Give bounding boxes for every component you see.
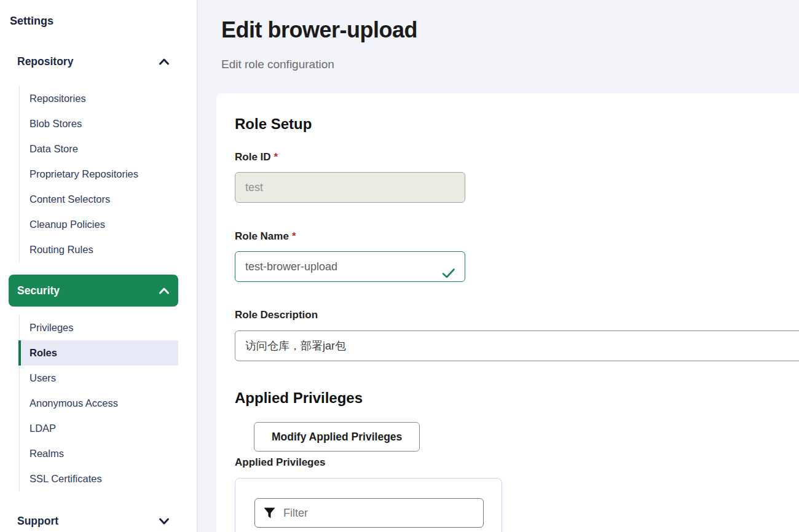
sidebar-section-security-label: Security [17, 284, 60, 297]
required-asterisk: * [274, 151, 278, 163]
sidebar-item-routing-rules[interactable]: Routing Rules [20, 237, 178, 262]
sidebar-item-users[interactable]: Users [20, 366, 178, 391]
sidebar-item-content-selectors[interactable]: Content Selectors [20, 187, 178, 212]
role-edit-card: Role Setup Role ID* Role Name* Role Desc… [216, 93, 799, 532]
sidebar-title: Settings [10, 15, 197, 28]
valid-checkmark-icon [442, 268, 455, 279]
page-subtitle: Edit role configuration [221, 58, 799, 71]
sidebar-item-ldap[interactable]: LDAP [20, 416, 178, 441]
sidebar-item-ssl-certificates[interactable]: SSL Certificates [20, 466, 178, 491]
sidebar-item-roles[interactable]: Roles [18, 340, 178, 366]
sidebar-section-repository-label: Repository [17, 55, 73, 68]
filter-funnel-icon [264, 507, 275, 521]
modify-applied-privileges-button[interactable]: Modify Applied Privileges [254, 422, 420, 452]
chevron-up-icon [159, 58, 170, 66]
privileges-filter-input[interactable] [254, 498, 484, 528]
chevron-up-icon [159, 287, 170, 295]
sidebar-item-data-store[interactable]: Data Store [20, 136, 178, 162]
sidebar-item-privileges[interactable]: Privileges [20, 315, 178, 340]
security-nav-list: PrivilegesRolesUsersAnonymous AccessLDAP… [19, 315, 178, 491]
sidebar-item-realms[interactable]: Realms [20, 441, 178, 466]
sidebar-item-cleanup-policies[interactable]: Cleanup Policies [20, 212, 178, 237]
sidebar-section-repository[interactable]: Repository [9, 45, 178, 77]
sidebar-section-security[interactable]: Security [9, 275, 178, 307]
role-id-label: Role ID* [235, 151, 799, 163]
sidebar-section-support[interactable]: Support [9, 505, 178, 532]
chevron-down-icon [159, 517, 170, 525]
role-id-input [235, 172, 465, 203]
sidebar-item-blob-stores[interactable]: Blob Stores [20, 111, 178, 136]
settings-sidebar: Settings Repository RepositoriesBlob Sto… [0, 0, 197, 532]
role-name-label: Role Name* [235, 230, 799, 243]
role-description-label: Role Description [235, 309, 799, 321]
page-title: Edit brower-upload [221, 17, 799, 43]
repository-nav-list: RepositoriesBlob StoresData StoreProprie… [19, 86, 178, 262]
main-content: Edit brower-upload Edit role configurati… [197, 0, 799, 532]
applied-privileges-label: Applied Privileges [235, 456, 799, 469]
applied-privileges-box [235, 478, 502, 532]
role-description-input[interactable] [235, 331, 799, 361]
sidebar-item-proprietary-repositories[interactable]: Proprietary Repositories [20, 162, 178, 187]
sidebar-item-repositories[interactable]: Repositories [20, 86, 178, 111]
applied-privileges-heading: Applied Privileges [235, 389, 799, 407]
role-name-input[interactable] [235, 251, 465, 282]
required-asterisk: * [292, 230, 296, 242]
sidebar-item-anonymous-access[interactable]: Anonymous Access [20, 391, 178, 416]
role-setup-heading: Role Setup [235, 115, 799, 133]
sidebar-section-support-label: Support [17, 515, 58, 528]
page-header: Edit brower-upload Edit role configurati… [197, 0, 799, 71]
